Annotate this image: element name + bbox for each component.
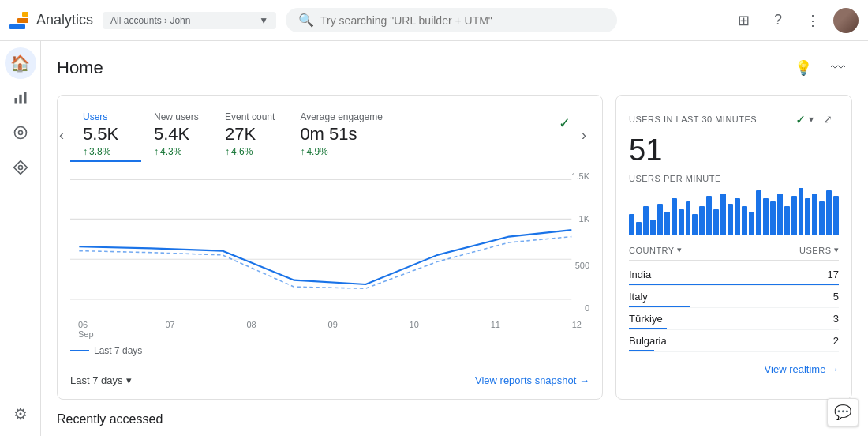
sidebar-item-explore[interactable] (5, 117, 36, 148)
table-row: Bulgaria 2 (629, 330, 839, 352)
page-header: Home 💡 〰 (57, 54, 852, 82)
metric-tab-avg-engagement[interactable]: Average engageme 0m 51s 4.9% (287, 108, 395, 162)
bar (728, 204, 733, 235)
sidebar-item-home[interactable]: 🏠 (5, 47, 36, 79)
metric-event-count-change: 4.6% (225, 146, 275, 157)
chart-label-1k: 1K (579, 214, 589, 224)
sidebar: 🏠 ⚙ (0, 41, 41, 436)
metrics-row: ‹ Users 5.5K 3.8% New users 5.4K 4.3% Ev… (70, 108, 589, 162)
country-bar-india (629, 284, 839, 285)
bar (799, 188, 804, 235)
account-selector[interactable]: All accounts › John ▼ (103, 12, 276, 29)
x-axis-labels: 06Sep 07 08 09 10 11 12 (70, 320, 589, 339)
bar (742, 206, 747, 235)
bar (791, 196, 797, 235)
bar (679, 209, 684, 235)
bar (777, 194, 783, 235)
svg-rect-0 (14, 98, 17, 104)
search-icon: 🔍 (298, 13, 314, 28)
date-range-button[interactable]: Last 7 days ▾ (70, 374, 132, 386)
main-layout: 🏠 ⚙ Home 💡 〰 ‹ (0, 41, 868, 436)
table-row: India 17 (629, 264, 839, 286)
country-header-label: COUNTRY (629, 246, 675, 255)
chart-label-500: 500 (575, 261, 589, 270)
metric-tab-new-users[interactable]: New users 5.4K 4.3% (141, 108, 212, 162)
metric-event-count-label: Event count (225, 111, 275, 122)
realtime-dropdown-icon[interactable]: ▾ (809, 114, 814, 125)
bar (805, 198, 810, 235)
metric-tab-users[interactable]: Users 5.5K 3.8% (70, 108, 141, 162)
metric-avg-change: 4.9% (300, 146, 383, 157)
bar (643, 206, 649, 235)
search-bar[interactable]: 🔍 (286, 8, 617, 32)
cards-row: ‹ Users 5.5K 3.8% New users 5.4K 4.3% Ev… (57, 95, 852, 400)
bar (720, 194, 726, 235)
app-title: Analytics (36, 12, 93, 28)
bar (664, 212, 670, 235)
search-input[interactable] (320, 14, 604, 27)
svg-rect-1 (19, 95, 21, 104)
table-row: Türkiye 3 (629, 308, 839, 330)
header-icons: 💡 〰 (789, 54, 852, 82)
country-bulgaria: Bulgaria (629, 335, 667, 347)
feedback-button[interactable]: 💬 (827, 398, 859, 427)
chart-legend: Last 7 days (70, 345, 589, 356)
metrics-next-button[interactable]: › (582, 127, 586, 144)
bar (812, 194, 817, 235)
metrics-prev-button[interactable]: ‹ (59, 127, 64, 144)
realtime-expand-button[interactable]: ⤢ (817, 108, 839, 130)
metric-new-users-label: New users (154, 111, 200, 122)
bar (706, 196, 712, 235)
country-header[interactable]: COUNTRY ▾ (629, 245, 682, 255)
view-realtime-link[interactable]: View realtime → (765, 363, 839, 375)
realtime-controls: ✓ ▾ ⤢ (795, 108, 839, 130)
logo-bar-yellow (22, 12, 28, 17)
page-title: Home (57, 58, 103, 78)
sidebar-item-reports[interactable] (5, 82, 36, 114)
realtime-check-icon: ✓ (795, 112, 806, 127)
bar (692, 214, 698, 235)
bar (770, 201, 776, 235)
help-button[interactable]: ? (764, 6, 792, 35)
realtime-card: USERS IN LAST 30 MINUTES ✓ ▾ ⤢ 51 USERS … (615, 95, 852, 400)
more-button[interactable]: ⋮ (799, 6, 827, 35)
bar (819, 201, 825, 235)
users-header[interactable]: USERS ▾ (799, 245, 839, 255)
account-breadcrumb: All accounts › John (110, 15, 190, 26)
x-label-09: 09 (328, 320, 338, 339)
compare-button[interactable]: 〰 (824, 54, 852, 82)
sidebar-item-advertising[interactable] (5, 152, 36, 183)
date-range-dropdown-icon: ▾ (126, 374, 132, 386)
bar (657, 204, 663, 235)
metric-users-value: 5.5K (83, 124, 129, 145)
topbar-actions: ⊞ ? ⋮ (729, 6, 859, 35)
users-sort-icon: ▾ (834, 245, 840, 255)
x-label-12: 12 (572, 320, 582, 339)
chart-label-0: 0 (585, 303, 589, 313)
legend-label: Last 7 days (94, 345, 142, 356)
sidebar-item-settings[interactable]: ⚙ (5, 398, 36, 430)
bar (672, 198, 677, 235)
table-header: COUNTRY ▾ USERS ▾ (629, 245, 839, 261)
svg-point-4 (18, 131, 22, 135)
avatar[interactable] (833, 8, 859, 33)
country-turkiye: Türkiye (629, 313, 663, 325)
realtime-label: USERS IN LAST 30 MINUTES (629, 115, 757, 124)
upm-bar-chart (629, 188, 839, 235)
users-italy: 5 (833, 291, 839, 303)
lightbulb-button[interactable]: 💡 (789, 54, 817, 82)
apps-button[interactable]: ⊞ (729, 6, 758, 35)
main-chart-card: ‹ Users 5.5K 3.8% New users 5.4K 4.3% Ev… (57, 95, 603, 400)
metric-new-users-value: 5.4K (154, 124, 200, 145)
metric-tab-event-count[interactable]: Event count 27K 4.6% (212, 108, 287, 162)
chart-card-footer: Last 7 days ▾ View reports snapshot → (70, 366, 589, 386)
view-reports-link[interactable]: View reports snapshot → (475, 374, 589, 386)
metric-avg-value: 0m 51s (300, 124, 383, 145)
realtime-header: USERS IN LAST 30 MINUTES ✓ ▾ ⤢ (629, 108, 839, 130)
users-turkiye: 3 (833, 313, 839, 325)
metric-new-users-change: 4.3% (154, 146, 200, 157)
svg-point-3 (14, 127, 26, 139)
metric-users-label: Users (83, 111, 129, 122)
bar (636, 222, 642, 235)
x-label-10: 10 (410, 320, 419, 339)
